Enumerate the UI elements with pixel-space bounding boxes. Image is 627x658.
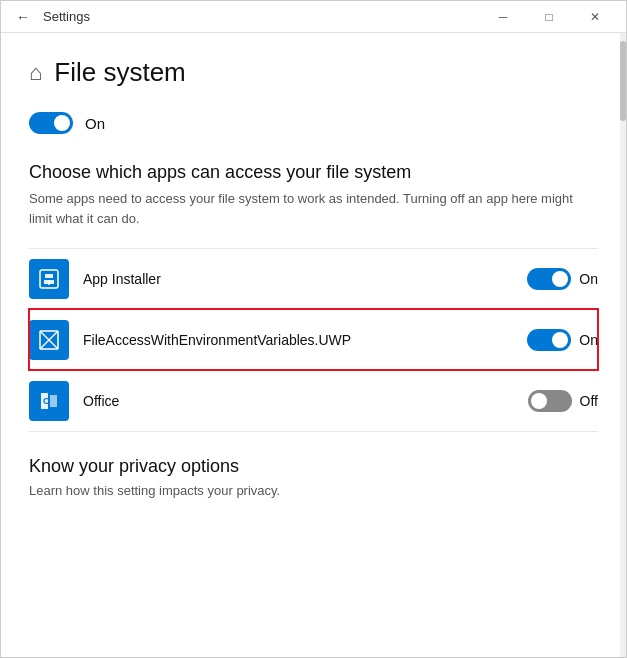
- main-toggle-label: On: [85, 115, 105, 132]
- back-icon: ←: [16, 9, 30, 25]
- privacy-title: Know your privacy options: [29, 456, 598, 477]
- back-button[interactable]: ←: [9, 3, 37, 31]
- app-toggle-thumb-office: [531, 393, 547, 409]
- home-icon: ⌂: [29, 60, 42, 86]
- svg-text:O: O: [43, 396, 50, 406]
- app-list: App Installer On: [29, 248, 598, 432]
- svg-rect-0: [40, 270, 58, 288]
- app-toggle-office[interactable]: [528, 390, 572, 412]
- main-toggle[interactable]: [29, 112, 73, 134]
- minimize-button[interactable]: ─: [480, 1, 526, 33]
- app-icon-office: O: [29, 381, 69, 421]
- maximize-button[interactable]: □: [526, 1, 572, 33]
- app-toggle-thumb-app-installer: [552, 271, 568, 287]
- app-item-app-installer: App Installer On: [29, 248, 598, 309]
- page-header: ⌂ File system: [29, 57, 598, 88]
- app-toggle-track-file-access: [527, 329, 571, 351]
- section-description: Some apps need to access your file syste…: [29, 189, 598, 228]
- main-content: ⌂ File system On Choose which apps can a…: [1, 33, 626, 657]
- main-toggle-row: On: [29, 112, 598, 134]
- app-toggle-app-installer[interactable]: [527, 268, 571, 290]
- privacy-description: Learn how this setting impacts your priv…: [29, 483, 598, 498]
- app-icon-file-access: [29, 320, 69, 360]
- app-toggle-label-app-installer: On: [579, 271, 598, 287]
- app-toggle-row-app-installer: On: [527, 268, 598, 290]
- app-toggle-label-office: Off: [580, 393, 598, 409]
- app-name-app-installer: App Installer: [83, 271, 527, 287]
- scrollbar-thumb[interactable]: [620, 41, 626, 121]
- app-item-office: O Office Off: [29, 370, 598, 432]
- app-toggle-track-app-installer: [527, 268, 571, 290]
- app-toggle-thumb-file-access: [552, 332, 568, 348]
- title-bar: ← Settings ─ □ ✕: [1, 1, 626, 33]
- office-icon: O: [37, 389, 61, 413]
- title-bar-title: Settings: [43, 9, 480, 24]
- app-icon-app-installer: [29, 259, 69, 299]
- app-toggle-row-file-access: On: [527, 329, 598, 351]
- main-toggle-thumb: [54, 115, 70, 131]
- app-toggle-track-office: [528, 390, 572, 412]
- page-title: File system: [54, 57, 185, 88]
- close-button[interactable]: ✕: [572, 1, 618, 33]
- app-installer-icon: [37, 267, 61, 291]
- app-toggle-row-office: Off: [528, 390, 598, 412]
- app-name-office: Office: [83, 393, 528, 409]
- scrollbar[interactable]: [620, 33, 626, 657]
- window-controls: ─ □ ✕: [480, 1, 618, 33]
- app-toggle-file-access[interactable]: [527, 329, 571, 351]
- app-item-file-access: FileAccessWithEnvironmentVariables.UWP O…: [29, 309, 598, 370]
- app-toggle-label-file-access: On: [579, 332, 598, 348]
- section-title: Choose which apps can access your file s…: [29, 162, 598, 183]
- main-toggle-track: [29, 112, 73, 134]
- settings-window: ← Settings ─ □ ✕ ⌂ File system On Ch: [0, 0, 627, 658]
- privacy-section: Know your privacy options Learn how this…: [29, 456, 598, 498]
- file-access-icon: [37, 328, 61, 352]
- app-name-file-access: FileAccessWithEnvironmentVariables.UWP: [83, 332, 527, 348]
